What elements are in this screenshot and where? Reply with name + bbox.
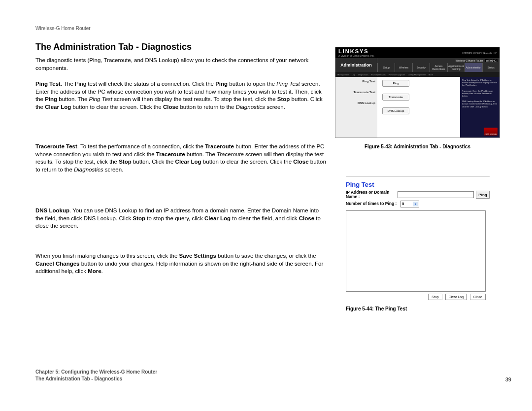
firmware-version: Firmware Version: v1.01.30_TP [462,51,497,54]
save-paragraph: When you finish making changes to this s… [35,252,326,275]
footer-section: The Administration Tab - Diagnostics [35,376,157,382]
cisco-logo: CISCO SYSTEMS [484,128,498,136]
page-title: The Administration Tab - Diagnostics [35,42,192,52]
subtab-firmware[interactable]: Firmware Upgrade [389,73,405,76]
subtab-management[interactable]: Management [337,73,349,76]
model-badge: WRH54G [485,59,498,62]
close-button[interactable]: Close [470,294,486,300]
help-traceroute: Traceroute: Enter the IP address or doma… [462,90,498,98]
subtab-diagnostics[interactable]: Diagnostics [358,73,368,76]
traceroute-paragraph: Traceroute Test. To test the performance… [35,143,326,173]
subtab-log[interactable]: Log [352,73,355,76]
ping-count-value: 5 [402,202,404,206]
left-label-traceroute: Traceroute Test [337,91,375,94]
traceroute-button[interactable]: Traceroute [382,94,409,101]
ping-bold-1: Ping Test [35,81,61,87]
tab-status[interactable]: Status [482,63,499,72]
figure-2-caption: Figure 5-44: The Ping Test [346,306,490,311]
dns-paragraph: DNS Lookup. You can use DNS Lookup to fi… [35,207,326,230]
ping-button[interactable]: Ping [382,80,409,87]
tab-security[interactable]: Security [412,63,430,72]
dns-lookup-button[interactable]: DNS Lookup [382,107,409,114]
stop-button[interactable]: Stop [428,294,442,300]
section-label: Administration [335,58,377,72]
tab-administration[interactable]: Administration [465,63,482,72]
tab-setup[interactable]: Setup [377,63,395,72]
page-number: 39 [505,377,511,382]
product-header: Wireless-G Home Router [35,26,91,31]
ping-count-select[interactable]: 5 ▾ [400,201,419,207]
ip-address-label: IP Address or Domain Name : [346,190,398,200]
footer-chapter: Chapter 5: Configuring the Wireless-G Ho… [35,369,157,376]
figure-2: Ping Test IP Address or Domain Name : Pi… [346,176,490,311]
linksys-logo: LINKSYS [338,48,374,54]
ping-paragraph: Ping Test. The Ping test will check the … [35,80,326,111]
page-footer: Chapter 5: Configuring the Wireless-G Ho… [35,369,511,382]
subtab-row: Management Log Diagnostics Factory Defau… [335,72,499,77]
intro-paragraph: The diagnostic tests (Ping, Traceroute, … [35,57,326,72]
tab-access-restrictions[interactable]: Access Restrictions [430,63,447,72]
ping-output-area [346,210,486,292]
subtab-factory[interactable]: Factory Defaults [371,73,386,76]
left-label-ping: Ping Test [337,80,375,83]
left-label-dns: DNS Lookup [337,102,375,104]
linksys-sublogo: A Division of Cisco Systems, Inc. [338,54,374,57]
help-dns: DNS Lookup: Enter the IP Address or doma… [462,100,498,108]
subtab-config[interactable]: Config Management [408,73,426,76]
product-bar: Wireless-G Home Router [456,59,483,62]
help-ping: Ping Test: Enter the IP Address or domai… [462,79,498,87]
tab-wireless[interactable]: Wireless [395,63,412,72]
divider [346,176,490,177]
ping-test-title: Ping Test [346,181,490,188]
tab-applications-gaming[interactable]: Applications & Gaming [447,63,465,72]
ping-submit-button[interactable]: Ping [476,191,490,199]
subtab-more[interactable]: More [429,73,433,76]
chevron-down-icon: ▾ [413,202,418,206]
router-admin-screenshot: LINKSYS A Division of Cisco Systems, Inc… [335,47,500,138]
ping-count-label: Number of times to Ping : [346,202,398,206]
figure-1-caption: Figure 5-43: Administration Tab - Diagno… [335,144,500,149]
clear-log-button[interactable]: Clear Log [445,294,467,300]
ip-address-input[interactable] [398,191,474,198]
figure-1: LINKSYS A Division of Cisco Systems, Inc… [335,47,500,149]
